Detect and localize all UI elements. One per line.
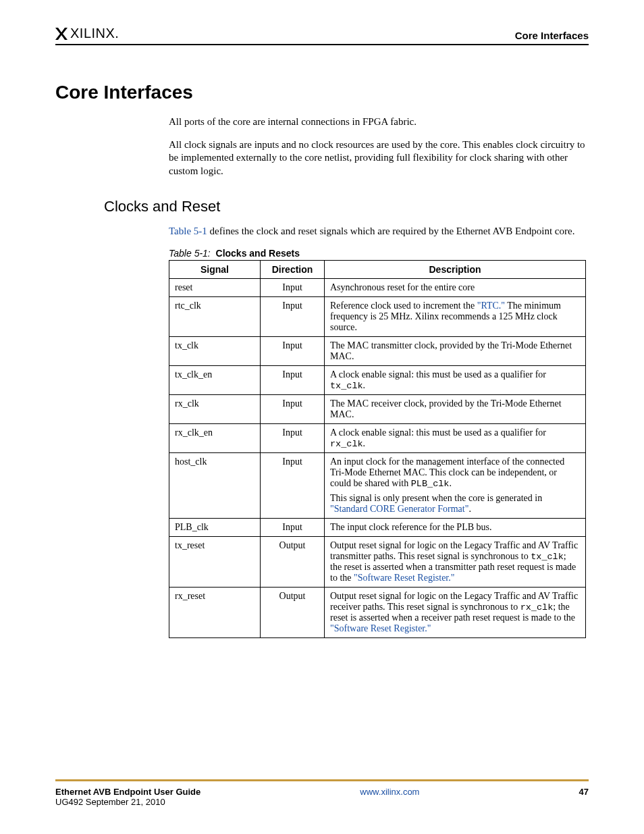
table-ref-link[interactable]: Table 5-1 — [169, 226, 207, 236]
cell-signal: tx_clk — [169, 336, 261, 365]
table-row: tx_resetOutputOutput reset signal for lo… — [169, 536, 586, 587]
cell-signal: rtc_clk — [169, 296, 261, 336]
table-row: rx_resetOutputOutput reset signal for lo… — [169, 587, 586, 637]
table-row: rx_clk_enInputA clock enable signal: thi… — [169, 423, 586, 452]
cell-direction: Input — [261, 423, 325, 452]
xilinx-logo-icon — [55, 28, 68, 40]
text-run: . — [363, 438, 366, 448]
cell-direction: Output — [261, 536, 325, 587]
table-row: rx_clkInputThe MAC receiver clock, provi… — [169, 394, 586, 423]
cell-signal: rx_reset — [169, 587, 261, 637]
cell-direction: Input — [261, 278, 325, 296]
cell-description: Output reset signal for logic on the Leg… — [325, 536, 586, 587]
cell-description: Output reset signal for logic on the Leg… — [325, 587, 586, 637]
text-run: The MAC transmitter clock, provided by t… — [330, 340, 572, 361]
cell-description: The input clock reference for the PLB bu… — [325, 518, 586, 536]
subsection-heading: Clocks and Reset — [104, 198, 589, 215]
subsection-intro-text: defines the clock and reset signals whic… — [207, 226, 575, 236]
footer-url[interactable]: www.xilinx.com — [360, 787, 419, 797]
table-row: host_clkInputAn input clock for the mana… — [169, 452, 586, 518]
intro-paragraph-2: All clock signals are inputs and no cloc… — [169, 138, 589, 178]
xilinx-logo: XILINX. — [55, 26, 119, 41]
cell-description: Asynchronous reset for the entire core — [325, 278, 586, 296]
clocks-resets-table: Signal Direction Description resetInputA… — [169, 260, 586, 638]
cell-signal: host_clk — [169, 452, 261, 518]
cell-description: The MAC receiver clock, provided by the … — [325, 394, 586, 423]
cell-signal: tx_clk_en — [169, 365, 261, 394]
code-token: PLB_clk — [411, 479, 450, 489]
text-run: A clock enable signal: this must be used… — [330, 427, 546, 438]
cell-description: Reference clock used to increment the "R… — [325, 296, 586, 336]
text-run: Asynchronous reset for the entire core — [330, 282, 475, 292]
cell-direction: Input — [261, 394, 325, 423]
cell-description: A clock enable signal: this must be used… — [325, 365, 586, 394]
section-heading: Core Interfaces — [55, 82, 589, 103]
subsection-intro: Table 5-1 defines the clock and reset si… — [169, 225, 589, 238]
cell-direction: Input — [261, 365, 325, 394]
col-header-direction: Direction — [261, 260, 325, 278]
page-footer: Ethernet AVB Endpoint User Guide UG492 S… — [55, 779, 589, 807]
table-header-row: Signal Direction Description — [169, 260, 586, 278]
code-token: tx_clk — [531, 552, 564, 562]
cell-signal: rx_clk — [169, 394, 261, 423]
table-row: PLB_clkInputThe input clock reference fo… — [169, 518, 586, 536]
cell-signal: rx_clk_en — [169, 423, 261, 452]
svg-marker-0 — [55, 28, 68, 40]
description-paragraph: This signal is only present when the cor… — [330, 493, 580, 515]
text-run: The MAC receiver clock, provided by the … — [330, 398, 562, 419]
text-run: The input clock reference for the PLB bu… — [330, 522, 491, 532]
table-title: Clocks and Resets — [216, 248, 300, 259]
description-paragraph: An input clock for the management interf… — [330, 457, 580, 489]
footer-doc-title: Ethernet AVB Endpoint User Guide — [55, 787, 200, 797]
doc-cross-ref-link[interactable]: "RTC." — [477, 301, 505, 311]
code-token: rx_clk — [330, 439, 363, 449]
code-token: rx_clk — [520, 602, 554, 613]
intro-paragraph-1: All ports of the core are internal conne… — [169, 115, 589, 129]
cell-description: A clock enable signal: this must be used… — [325, 423, 586, 452]
page-header: XILINX. Core Interfaces — [55, 26, 589, 45]
text-run: Reference clock used to increment the — [330, 301, 477, 311]
table-row: rtc_clkInputReference clock used to incr… — [169, 296, 586, 336]
code-token: tx_clk — [330, 381, 363, 391]
cell-description: An input clock for the management interf… — [325, 452, 586, 518]
text-run: . — [449, 478, 452, 488]
cell-direction: Output — [261, 587, 325, 637]
cell-direction: Input — [261, 452, 325, 518]
footer-page-number: 47 — [579, 787, 589, 797]
cell-signal: reset — [169, 278, 261, 296]
table-row: tx_clk_enInputA clock enable signal: thi… — [169, 365, 586, 394]
doc-cross-ref-link[interactable]: "Standard CORE Generator Format" — [330, 504, 468, 514]
text-run: . — [468, 504, 471, 514]
cell-description: The MAC transmitter clock, provided by t… — [325, 336, 586, 365]
cell-direction: Input — [261, 518, 325, 536]
table-row: tx_clkInputThe MAC transmitter clock, pr… — [169, 336, 586, 365]
table-number: Table 5-1: — [169, 248, 211, 259]
footer-doc-sub: UG492 September 21, 2010 — [55, 797, 200, 807]
text-run: . — [363, 380, 366, 390]
doc-cross-ref-link[interactable]: "Software Reset Register." — [330, 623, 431, 633]
col-header-description: Description — [325, 260, 586, 278]
cell-direction: Input — [261, 336, 325, 365]
logo-text: XILINX. — [70, 26, 119, 41]
col-header-signal: Signal — [169, 260, 261, 278]
cell-signal: tx_reset — [169, 536, 261, 587]
header-section-title: Core Interfaces — [515, 30, 589, 41]
text-run: This signal is only present when the cor… — [330, 493, 542, 503]
cell-direction: Input — [261, 296, 325, 336]
table-row: resetInputAsynchronous reset for the ent… — [169, 278, 586, 296]
table-caption: Table 5-1: Clocks and Resets — [169, 248, 589, 259]
text-run: A clock enable signal: this must be used… — [330, 369, 546, 380]
doc-cross-ref-link[interactable]: "Software Reset Register." — [354, 573, 454, 583]
cell-signal: PLB_clk — [169, 518, 261, 536]
